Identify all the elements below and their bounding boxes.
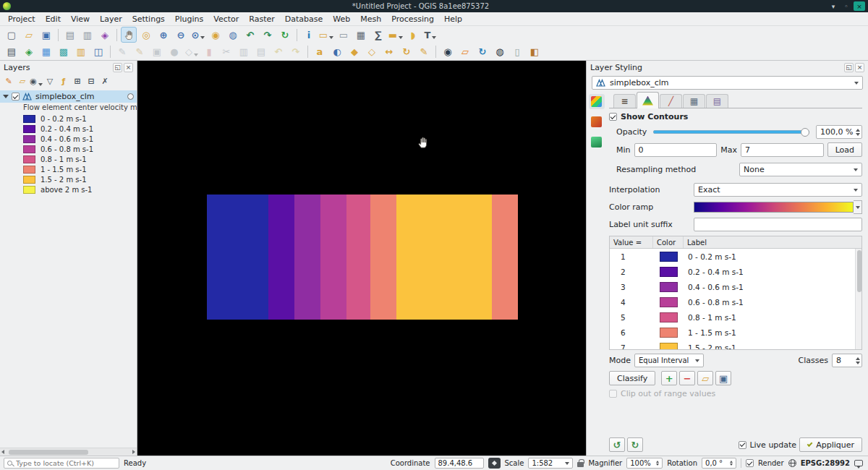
layer-indicator-icon[interactable]: [127, 93, 134, 100]
row-label[interactable]: 0 - 0.2 m s-1: [684, 252, 861, 261]
paste-features-button[interactable]: ▤: [253, 44, 269, 60]
messages-icon[interactable]: [854, 460, 863, 466]
close-panel-button[interactable]: ×: [855, 63, 864, 72]
layer-visibility-checkbox[interactable]: [12, 93, 20, 101]
legend-item[interactable]: 0.4 - 0.6 m s-1: [0, 134, 137, 144]
remove-layer-button[interactable]: ✗: [98, 75, 111, 87]
apply-button[interactable]: Appliquer: [799, 437, 862, 452]
zoom-full-dropdown-arrow[interactable]: [200, 36, 205, 39]
mesh-frame-tab[interactable]: ▦: [683, 94, 705, 108]
vertex-tool-button[interactable]: ◇: [184, 44, 200, 60]
open-project-button[interactable]: ▱: [21, 27, 37, 43]
add-class-button[interactable]: +: [661, 371, 677, 385]
metasearch-plugin-button[interactable]: ◉: [440, 44, 456, 60]
menu-vector[interactable]: Vector: [208, 13, 244, 25]
close-panel-button[interactable]: ×: [124, 63, 133, 72]
filter-legend-button[interactable]: ▽: [43, 75, 56, 87]
legend-item[interactable]: 0.2 - 0.4 m s-1: [0, 124, 137, 134]
menu-layer[interactable]: Layer: [95, 13, 127, 25]
zoom-to-layer-button[interactable]: ◍: [225, 27, 241, 43]
float-panel-button[interactable]: ◱: [113, 63, 122, 72]
color-swatch[interactable]: [660, 267, 678, 277]
legend-item[interactable]: 1.5 - 2 m s-1: [0, 174, 137, 184]
menu-raster[interactable]: Raster: [244, 13, 279, 25]
vertex-tool-dropdown-arrow[interactable]: [194, 54, 198, 56]
undo-button[interactable]: ↶: [271, 44, 286, 60]
data-folder-plugin-button[interactable]: ▱: [457, 44, 473, 60]
open-attribute-table-button[interactable]: ▦: [353, 27, 369, 43]
manage-map-themes-button-dropdown-arrow[interactable]: [38, 83, 43, 86]
delete-selected-button[interactable]: ▮: [201, 44, 217, 60]
live-update-checkbox[interactable]: [739, 441, 746, 449]
cut-features-button[interactable]: ✂: [218, 44, 234, 60]
zoom-full-button[interactable]: ⊙: [190, 27, 206, 43]
menu-view[interactable]: View: [66, 13, 95, 25]
contours-tab[interactable]: [637, 92, 659, 108]
scrollbar-thumb[interactable]: [857, 250, 861, 292]
show-layout-manager-button[interactable]: ▥: [80, 27, 95, 43]
classes-spinbox[interactable]: 8: [832, 354, 862, 367]
maximize-window-button[interactable]: ◦: [841, 1, 852, 11]
classify-button[interactable]: Classify: [609, 371, 655, 385]
table-row[interactable]: 61 - 1.5 m s-1: [610, 325, 861, 340]
menu-web[interactable]: Web: [328, 13, 355, 25]
select-features-dropdown-arrow[interactable]: [329, 36, 333, 39]
load-color-map-button[interactable]: ▱: [697, 371, 713, 385]
pan-to-selection-button[interactable]: ◎: [138, 27, 154, 43]
manage-map-themes-button[interactable]: ◉: [30, 75, 43, 87]
spin-arrows-icon[interactable]: [656, 461, 659, 466]
redo-button[interactable]: ↷: [288, 44, 304, 60]
processing-gear-button[interactable]: ◍: [492, 44, 508, 60]
opacity-spinbox[interactable]: 100,0 %: [816, 125, 862, 139]
undo-style-button[interactable]: ↺: [609, 437, 625, 452]
add-mesh-layer-button[interactable]: ▩: [56, 44, 72, 60]
change-label-properties-button[interactable]: ✎: [416, 44, 432, 60]
package-plugin-button[interactable]: ▯: [509, 44, 525, 60]
move-label-button[interactable]: ↔: [381, 44, 397, 60]
identify-features-button[interactable]: i: [301, 27, 317, 43]
zoom-out-button[interactable]: ⊖: [173, 27, 189, 43]
legend-item[interactable]: above 2 m s-1: [0, 184, 137, 195]
menu-database[interactable]: Database: [280, 13, 328, 25]
scrollbar-thumb[interactable]: [9, 450, 88, 455]
redo-style-button[interactable]: ↻: [627, 437, 643, 452]
magnifier-spinbox[interactable]: 100%: [626, 458, 663, 469]
table-row[interactable]: 10 - 0.2 m s-1: [610, 249, 861, 264]
layer-tree-item[interactable]: simplebox_clm: [0, 90, 137, 103]
slider-handle[interactable]: [801, 128, 809, 137]
measure-line-button[interactable]: ▬: [388, 27, 404, 43]
zoom-last-button[interactable]: ↶: [242, 27, 258, 43]
legend-item[interactable]: 0 - 0.2 m s-1: [0, 114, 137, 124]
open-data-source-manager-button[interactable]: ▤: [4, 44, 20, 60]
label-unit-suffix-input[interactable]: [694, 218, 862, 231]
settings-tab[interactable]: ≡: [613, 94, 636, 108]
mode-combo[interactable]: Equal Interval: [634, 354, 704, 367]
add-postgis-layer-button[interactable]: ◫: [90, 44, 106, 60]
color-swatch[interactable]: [660, 252, 678, 262]
current-edits-button[interactable]: ✎: [114, 44, 130, 60]
float-panel-button[interactable]: ◱: [844, 63, 854, 72]
isolines-tab[interactable]: ╱: [660, 94, 682, 108]
add-group-button[interactable]: ▱: [16, 75, 29, 87]
toggle-editing-button[interactable]: ✎: [132, 44, 148, 60]
coordinate-input[interactable]: 89.4,48.6: [435, 458, 484, 469]
scale-combo[interactable]: 1:582: [528, 458, 573, 469]
zoom-next-button[interactable]: ↷: [260, 27, 276, 43]
tools-plugin-button[interactable]: ◧: [527, 44, 542, 60]
menu-project[interactable]: Project: [3, 13, 41, 25]
layer-selector-combo[interactable]: simplebox_clm: [592, 76, 863, 90]
expand-all-button[interactable]: ⊞: [71, 75, 84, 87]
add-delimited-text-layer-button[interactable]: ▥: [73, 44, 89, 60]
save-color-map-button[interactable]: ▣: [715, 371, 731, 385]
save-project-button[interactable]: ▣: [38, 27, 54, 43]
zoom-to-selection-button[interactable]: ◉: [208, 27, 224, 43]
table-row[interactable]: 40.6 - 0.8 m s-1: [610, 294, 861, 309]
menu-edit[interactable]: Edit: [41, 13, 66, 25]
3d-view-tab[interactable]: [589, 134, 605, 150]
text-annotation-dropdown-arrow[interactable]: [432, 36, 436, 39]
collapse-all-button[interactable]: ⊟: [85, 75, 98, 87]
elevation-tab[interactable]: [589, 114, 605, 129]
statistical-summary-button[interactable]: ∑: [370, 27, 386, 43]
menu-mesh[interactable]: Mesh: [355, 13, 386, 25]
crs-globe-icon[interactable]: [788, 459, 796, 467]
